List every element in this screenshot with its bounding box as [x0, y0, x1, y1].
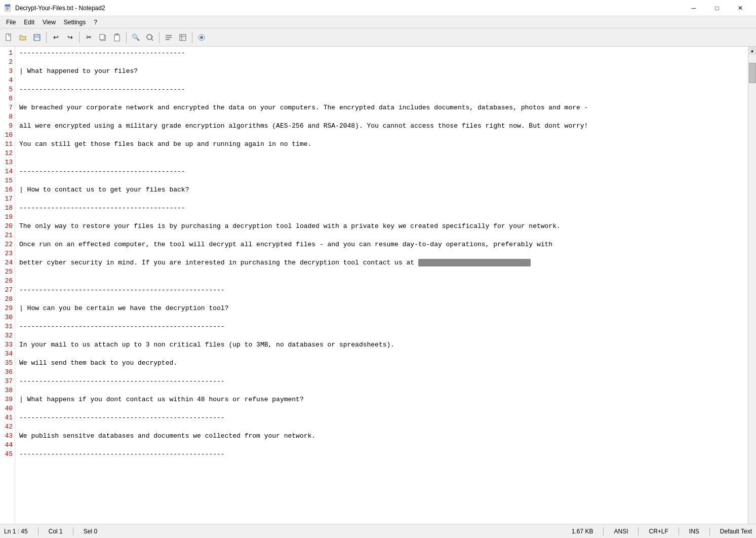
- toolbar-sep-1: [46, 32, 47, 43]
- svg-rect-21: [180, 34, 186, 41]
- window-controls: ─ □ ✕: [682, 0, 752, 16]
- toolbar-cut[interactable]: ✂: [82, 31, 95, 44]
- svg-line-16: [151, 39, 153, 41]
- svg-rect-10: [35, 38, 39, 40]
- line-number: 7: [3, 103, 13, 112]
- app-icon: [4, 4, 12, 12]
- editor-line: ----------------------------------------…: [19, 322, 744, 331]
- menu-settings[interactable]: Settings: [60, 18, 90, 27]
- scrollbar-up[interactable]: ▲: [749, 47, 756, 55]
- toolbar-open[interactable]: [16, 31, 29, 44]
- menu-edit[interactable]: Edit: [20, 18, 38, 27]
- line-number: 15: [3, 176, 13, 185]
- editor-line: ----------------------------------------…: [19, 413, 744, 422]
- line-number: 30: [3, 313, 13, 322]
- editor-line: The only way to restore your files is by…: [19, 222, 744, 231]
- editor-line: | How can you be certain we have the dec…: [19, 304, 744, 313]
- minimize-button[interactable]: ─: [682, 0, 705, 16]
- line-number: 40: [3, 404, 13, 413]
- menu-file[interactable]: File: [2, 18, 20, 27]
- status-sep-2: [73, 527, 73, 535]
- svg-point-25: [200, 36, 203, 39]
- menubar: File Edit View Settings ?: [0, 16, 756, 28]
- line-number: 4: [3, 76, 13, 85]
- toolbar-save[interactable]: [30, 31, 44, 44]
- line-number: 14: [3, 167, 13, 176]
- editor-line: [19, 350, 744, 359]
- editor-line: [19, 441, 744, 450]
- line-number: 22: [3, 240, 13, 249]
- status-sep-4: [638, 527, 639, 535]
- line-number: 17: [3, 195, 13, 204]
- editor-line: [19, 195, 744, 204]
- editor-line: ----------------------------------------…: [19, 204, 744, 213]
- line-number: 12: [3, 149, 13, 158]
- editor-line: [19, 267, 744, 277]
- toolbar-schemesel[interactable]: [195, 31, 208, 44]
- editor-line: ----------------------------------------…: [19, 286, 744, 295]
- line-number: 24: [3, 258, 13, 267]
- line-number: 8: [3, 112, 13, 122]
- toolbar-new[interactable]: [2, 31, 15, 44]
- svg-rect-9: [35, 34, 37, 36]
- status-sep-3: [603, 527, 604, 535]
- editor-line: [19, 213, 744, 222]
- svg-point-15: [147, 34, 152, 40]
- editor-line: [19, 58, 744, 67]
- svg-rect-14: [114, 35, 120, 41]
- status-col: Col 1: [49, 528, 63, 535]
- menu-view[interactable]: View: [38, 18, 60, 27]
- editor-line: [19, 158, 744, 167]
- redacted-text: ██████████████████████: [418, 259, 531, 266]
- editor-line: ----------------------------------------…: [19, 450, 744, 459]
- line-number: 34: [3, 350, 13, 359]
- toolbar-undo[interactable]: ↩: [49, 31, 62, 44]
- editor-line: [19, 422, 744, 432]
- text-content[interactable]: ----------------------------------------…: [15, 47, 748, 524]
- editor-line: all were encrypted using a military grad…: [19, 122, 744, 131]
- window-title: Decrypt-Your-Files.txt - Notepad2: [15, 5, 682, 12]
- scrollbar-thumb[interactable]: [749, 63, 756, 83]
- editor-line: [19, 386, 744, 395]
- line-number: 27: [3, 286, 13, 295]
- toolbar-find[interactable]: 🔍: [129, 31, 142, 44]
- titlebar: Decrypt-Your-Files.txt - Notepad2 ─ □ ✕: [0, 0, 756, 16]
- editor-line: We will send them back to you decrypted.: [19, 359, 744, 368]
- line-number: 38: [3, 386, 13, 395]
- line-number: 41: [3, 413, 13, 422]
- editor-line: | What happens if you dont contact us wi…: [19, 395, 744, 404]
- editor-line: ----------------------------------------…: [19, 167, 744, 176]
- status-ln: Ln 1 : 45: [4, 528, 28, 535]
- toolbar-copy[interactable]: [96, 31, 109, 44]
- editor-line: [19, 131, 744, 140]
- line-number: 1: [3, 49, 13, 58]
- editor-line: ----------------------------------------…: [19, 377, 744, 386]
- toolbar-find-next[interactable]: [143, 31, 156, 44]
- toolbar-paste[interactable]: [110, 31, 124, 44]
- status-size: 1.67 KB: [572, 528, 593, 535]
- scrollbar-vertical[interactable]: ▲: [748, 47, 756, 524]
- editor-line: [19, 176, 744, 185]
- toolbar-wordwrap[interactable]: [162, 31, 175, 44]
- status-sel: Sel 0: [84, 528, 97, 535]
- close-button[interactable]: ✕: [729, 0, 752, 16]
- line-number: 42: [3, 422, 13, 432]
- line-number: 10: [3, 131, 13, 140]
- editor-line: [19, 331, 744, 340]
- line-number: 32: [3, 331, 13, 340]
- line-number: 39: [3, 395, 13, 404]
- editor-line: [19, 249, 744, 258]
- editor-line: [19, 112, 744, 122]
- line-number: 13: [3, 158, 13, 167]
- maximize-button[interactable]: □: [705, 0, 729, 16]
- editor-line: | How to contact us to get your files ba…: [19, 185, 744, 195]
- line-number: 23: [3, 249, 13, 258]
- toolbar-redo[interactable]: ↪: [63, 31, 76, 44]
- line-number: 18: [3, 204, 13, 213]
- line-numbers: 1234567891011121314151617181920212223242…: [0, 47, 15, 524]
- status-sep-6: [709, 527, 710, 535]
- line-number: 16: [3, 185, 13, 195]
- menu-help[interactable]: ?: [90, 18, 101, 27]
- toolbar-extra[interactable]: [176, 31, 189, 44]
- toolbar-sep-5: [192, 32, 192, 43]
